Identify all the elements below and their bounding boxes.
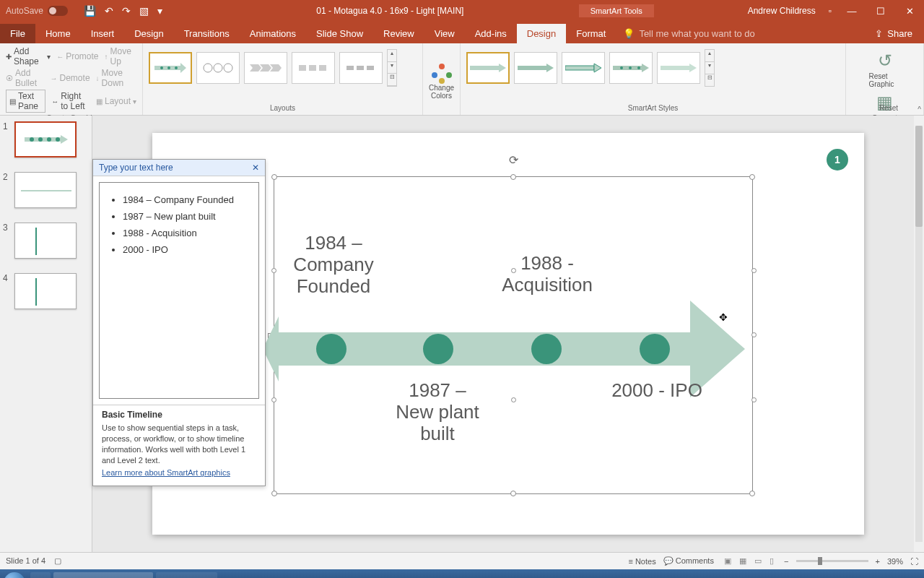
right-to-left-button[interactable]: ↔Right to Left [51, 90, 90, 113]
resize-handle[interactable] [751, 268, 757, 273]
taskbar-item-powerpoint[interactable]: P01 - Motagua 4.0 ... [53, 572, 153, 578]
style-thumb[interactable] [514, 52, 557, 84]
learn-more-link[interactable]: Learn more about SmartArt graphics [102, 468, 230, 477]
change-colors-button[interactable]: Change Colors [423, 43, 461, 115]
start-button[interactable] [0, 569, 29, 578]
undo-icon[interactable]: ↶ [105, 5, 113, 17]
gallery-scroller[interactable]: ▴▾⊟ [705, 49, 715, 87]
share-button[interactable]: ⇪ Share [863, 24, 924, 43]
resize-handle[interactable] [271, 397, 276, 402]
timeline-dot[interactable] [640, 334, 670, 364]
list-item[interactable]: 1984 – Company Founded [123, 191, 248, 208]
taskbar-item-excel[interactable]: X [30, 572, 51, 578]
move-down-button[interactable]: ↓Move Down [96, 68, 136, 88]
vertical-scrollbar[interactable] [914, 116, 924, 552]
slide-thumb[interactable] [14, 273, 77, 309]
tell-me-search[interactable]: 💡 Tell me what you want to do [616, 24, 762, 43]
scroll-thumb[interactable] [915, 126, 923, 227]
list-item[interactable]: 1988 - Acquisition [123, 225, 248, 241]
timeline-dot[interactable] [423, 334, 453, 364]
list-item[interactable]: 1987 – New plant built [123, 208, 248, 225]
resize-handle[interactable] [510, 174, 516, 180]
layout-thumb[interactable] [292, 52, 335, 84]
tab-addins[interactable]: Add-ins [465, 24, 517, 43]
qat-more-icon[interactable]: ▾ [157, 5, 162, 17]
text-pane[interactable]: Type your text here ✕ 1984 – Company Fou… [92, 159, 266, 486]
tab-home[interactable]: Home [35, 24, 81, 43]
tab-smartart-design[interactable]: Design [517, 24, 566, 43]
add-bullet-button[interactable]: ⦿Add Bullet [6, 68, 45, 88]
taskbar-item-desktop[interactable]: 📁Desktop [156, 572, 217, 578]
resize-handle[interactable] [751, 397, 757, 402]
layout-thumb[interactable] [339, 52, 383, 84]
resize-handle[interactable] [271, 268, 276, 273]
save-icon[interactable]: 💾 [84, 5, 96, 17]
zoom-in-icon[interactable]: + [876, 557, 880, 566]
reading-view-icon[interactable]: ▭ [751, 556, 764, 565]
slide-thumb[interactable] [14, 223, 77, 259]
promote-button[interactable]: ←Promote [56, 46, 98, 66]
redo-icon[interactable]: ↷ [122, 5, 131, 17]
close-button[interactable]: ✕ [895, 6, 924, 17]
autosave-toggle[interactable]: AutoSave [0, 6, 74, 16]
demote-button[interactable]: →Demote [51, 68, 90, 88]
text-pane-body[interactable]: 1984 – Company Founded 1987 – New plant … [99, 182, 259, 399]
sorter-view-icon[interactable]: ▦ [736, 556, 749, 565]
tab-view[interactable]: View [424, 24, 465, 43]
timeline-label[interactable]: 1987 – New plant built [387, 380, 488, 445]
rotate-handle-icon[interactable]: ⟳ [509, 153, 518, 167]
tab-review[interactable]: Review [373, 24, 424, 43]
tab-insert[interactable]: Insert [81, 24, 125, 43]
style-thumb[interactable] [466, 52, 510, 84]
start-from-beginning-icon[interactable]: ▧ [139, 5, 149, 17]
minimize-button[interactable]: — [837, 6, 866, 17]
comments-button[interactable]: 💬 Comments [663, 556, 714, 566]
smartart-timeline[interactable]: 1984 – Company Founded 1987 – New plant … [279, 301, 751, 397]
slide-counter[interactable]: Slide 1 of 4 [6, 556, 45, 566]
tab-smartart-format[interactable]: Format [566, 24, 616, 43]
tab-design[interactable]: Design [124, 24, 173, 43]
zoom-slider[interactable] [796, 560, 868, 562]
gallery-scroller[interactable]: ▴▾⊟ [387, 49, 397, 87]
timeline-label[interactable]: 1984 – Company Founded [283, 233, 384, 298]
close-icon[interactable]: ✕ [252, 163, 259, 173]
fit-to-window-icon[interactable]: ⛶ [910, 557, 918, 566]
layout-thumb[interactable] [244, 52, 287, 84]
resize-handle[interactable] [511, 397, 516, 402]
slide-thumb[interactable] [14, 172, 77, 208]
resize-handle[interactable] [271, 174, 277, 180]
layout-thumb[interactable] [196, 52, 240, 84]
resize-handle[interactable] [749, 491, 755, 496]
tab-animations[interactable]: Animations [240, 24, 306, 43]
reset-graphic-button[interactable]: ↺ Reset Graphic [852, 46, 918, 88]
slide-thumb[interactable] [14, 121, 77, 158]
ribbon-display-icon[interactable]: ▫ [823, 6, 837, 16]
spellcheck-icon[interactable]: ▢ [54, 556, 61, 566]
move-up-button[interactable]: ↑Move Up [105, 46, 136, 66]
tab-slideshow[interactable]: Slide Show [306, 24, 373, 43]
tab-transitions[interactable]: Transitions [174, 24, 240, 43]
text-pane-button[interactable]: ▤Text Pane [6, 90, 45, 113]
list-item[interactable]: 2000 - IPO [123, 241, 248, 258]
style-thumb[interactable] [562, 52, 605, 84]
notes-button[interactable]: ≡ Notes [628, 557, 655, 566]
style-thumb[interactable] [609, 52, 653, 84]
layout-thumb[interactable] [149, 52, 192, 84]
timeline-dot[interactable] [531, 334, 562, 364]
collapse-ribbon-icon[interactable]: ^ [918, 105, 921, 113]
add-shape-button[interactable]: ✚Add Shape▾ [6, 46, 51, 66]
layout-button[interactable]: ▦Layout▾ [96, 90, 136, 113]
slideshow-view-icon[interactable]: ▯ [767, 556, 777, 565]
tab-file[interactable]: File [0, 24, 35, 43]
resize-handle[interactable] [510, 491, 516, 496]
resize-handle[interactable] [271, 491, 277, 496]
normal-view-icon[interactable]: ▣ [721, 556, 734, 565]
zoom-value[interactable]: 39% [887, 557, 903, 566]
timeline-dot[interactable] [316, 334, 346, 364]
zoom-out-icon[interactable]: − [784, 557, 788, 566]
resize-handle[interactable] [751, 332, 757, 337]
resize-handle[interactable] [749, 174, 755, 180]
account-name[interactable]: Andrew Childress [741, 6, 823, 16]
maximize-button[interactable]: ☐ [866, 6, 895, 17]
timeline-label[interactable]: 2000 - IPO [599, 380, 715, 402]
